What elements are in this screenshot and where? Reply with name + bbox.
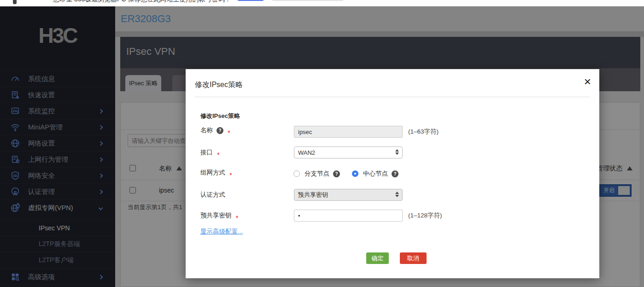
- select-value: WAN2: [298, 149, 315, 156]
- field-label-text: 预共享密钥: [200, 211, 232, 220]
- select-value: 预共享密钥: [298, 191, 328, 199]
- psk-input[interactable]: [294, 210, 403, 222]
- browser-save-password-bar: 您希望 360极速浏览器PC 保存您在此网站上使用的帐号密码？ 保存 此网站一律…: [0, 0, 644, 6]
- key-icon: [13, 0, 17, 4]
- edit-ipsec-policy-dialog: 修改IPsec策略 × 修改IPsec策略 名称 ? * (1–63字符) 接口…: [186, 69, 599, 278]
- never-save-button[interactable]: 此网站一律不保存密码: [272, 0, 344, 1]
- dialog-title: 修改IPsec策略: [195, 80, 243, 90]
- auth-method-select[interactable]: 预共享密钥: [294, 189, 403, 201]
- interface-field-label: 接口 *: [200, 148, 220, 157]
- dialog-title-divider: [195, 97, 590, 97]
- field-label-text: 组网方式: [200, 169, 225, 177]
- ok-button[interactable]: 确定: [366, 252, 389, 264]
- networking-radio-group: 分支节点 ? 中心节点 ?: [293, 170, 398, 178]
- branch-node-label: 分支节点: [304, 170, 329, 178]
- name-length-hint: (1–63字符): [408, 128, 439, 136]
- select-spinner-icon: [395, 149, 399, 155]
- required-asterisk: *: [217, 151, 220, 158]
- required-asterisk: *: [229, 171, 232, 179]
- select-spinner-icon: [395, 192, 399, 197]
- auth-field-label: 认证方式: [200, 191, 225, 199]
- psk-field-label: 预共享密钥 *: [200, 211, 238, 220]
- show-advanced-link[interactable]: 显示高级配置...: [200, 228, 243, 236]
- cancel-button[interactable]: 取消: [400, 252, 427, 264]
- save-password-button[interactable]: 保存: [237, 0, 264, 1]
- required-asterisk: *: [228, 129, 230, 136]
- field-label-text: 认证方式: [200, 191, 225, 199]
- interface-select[interactable]: WAN2: [294, 146, 403, 158]
- help-icon[interactable]: ?: [333, 170, 340, 177]
- psk-length-hint: (1–128字符): [408, 211, 442, 220]
- field-label-text: 名称: [200, 126, 213, 135]
- center-node-radio[interactable]: [352, 170, 358, 177]
- branch-node-radio[interactable]: [293, 170, 300, 177]
- networking-field-label: 组网方式 *: [200, 169, 232, 177]
- required-asterisk: *: [236, 214, 239, 222]
- center-node-label: 中心节点: [363, 170, 388, 178]
- form-section-heading: 修改IPsec策略: [200, 112, 240, 120]
- close-icon[interactable]: ×: [584, 76, 591, 88]
- name-input[interactable]: [294, 126, 403, 138]
- save-password-message: 您希望 360极速浏览器PC 保存您在此网站上使用的帐号密码？: [53, 0, 231, 4]
- field-label-text: 接口: [200, 148, 213, 157]
- help-icon[interactable]: ?: [392, 170, 398, 177]
- name-field-label: 名称 ? *: [200, 126, 230, 135]
- help-icon[interactable]: ?: [217, 127, 223, 134]
